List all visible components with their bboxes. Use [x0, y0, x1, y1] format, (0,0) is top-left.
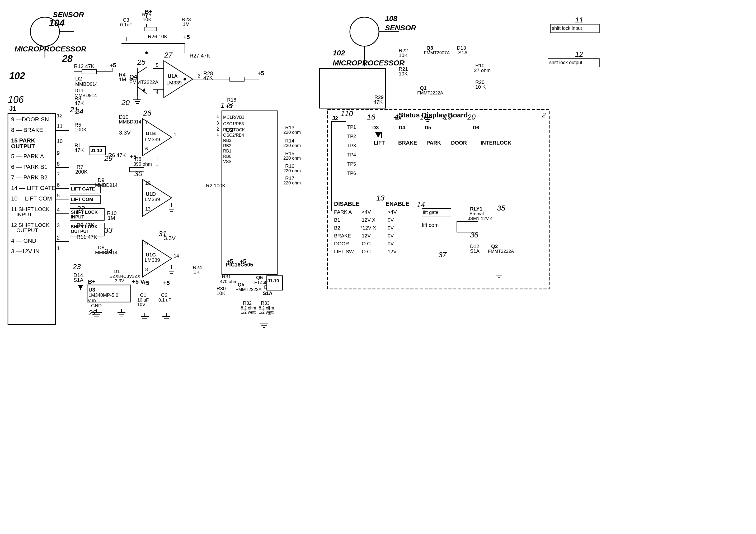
svg-text:35: 35 [497, 204, 505, 212]
svg-text:lift com: lift com [422, 222, 439, 228]
svg-text:3 —12V IN: 3 —12V IN [11, 248, 40, 255]
svg-text:8.2 ohm: 8.2 ohm [259, 306, 274, 310]
svg-text:104: 104 [49, 18, 65, 29]
svg-text:BRAKE: BRAKE [334, 233, 351, 239]
svg-text:LIFT SW: LIFT SW [334, 249, 354, 254]
svg-text:20: 20 [121, 98, 130, 107]
svg-text:Aromat: Aromat [470, 211, 484, 216]
svg-text:9: 9 [145, 241, 148, 246]
svg-text:MMBD914: MMBD914 [95, 183, 118, 188]
svg-text:U1D: U1D [146, 191, 156, 197]
svg-text:DOOR: DOOR [334, 241, 349, 246]
svg-text:18: 18 [420, 113, 428, 121]
svg-text:8: 8 [145, 267, 148, 272]
svg-text:47K: 47K [203, 75, 213, 81]
svg-text:3: 3 [217, 121, 219, 125]
svg-text:R6 47K: R6 47K [108, 152, 126, 158]
svg-text:LM339: LM339 [145, 257, 160, 263]
svg-text:4: 4 [57, 207, 60, 213]
svg-text:1K: 1K [228, 102, 234, 107]
svg-text:10 —LIFT COM: 10 —LIFT COM [11, 195, 52, 202]
svg-text:J1: J1 [9, 105, 16, 112]
svg-text:D3: D3 [372, 125, 379, 130]
svg-text:LM339: LM339 [145, 137, 160, 142]
svg-text:12V: 12V [362, 233, 371, 239]
svg-text:+5: +5 [257, 70, 264, 77]
svg-text:3: 3 [57, 222, 60, 228]
svg-text:0V: 0V [388, 241, 394, 246]
svg-text:S1A: S1A [263, 291, 273, 296]
svg-text:INPUT: INPUT [16, 212, 32, 217]
svg-text:10K: 10K [399, 71, 408, 77]
svg-text:2: 2 [217, 127, 219, 131]
svg-text:26: 26 [143, 109, 151, 117]
svg-rect-343 [145, 27, 157, 31]
svg-text:23: 23 [72, 263, 81, 271]
svg-text:D1: D1 [114, 268, 120, 274]
svg-text:33: 33 [104, 226, 113, 234]
svg-text:R33: R33 [261, 300, 270, 306]
svg-text:shift lock input: shift lock input [552, 26, 582, 31]
svg-text:36: 36 [470, 231, 478, 239]
svg-text:390 ohm: 390 ohm [133, 162, 152, 167]
svg-text:R32: R32 [243, 300, 252, 306]
svg-text:D6: D6 [473, 125, 479, 130]
svg-text:TP4: TP4 [347, 152, 356, 158]
svg-text:1M: 1M [108, 215, 115, 221]
svg-text:1M: 1M [119, 77, 126, 82]
svg-rect-64 [82, 70, 96, 74]
svg-text:U1C: U1C [146, 252, 156, 258]
svg-text:J2: J2 [332, 115, 338, 121]
svg-text:R27 47K: R27 47K [190, 53, 210, 59]
svg-text:V in: V in [88, 298, 96, 303]
svg-text:FMMT2907A: FMMT2907A [424, 50, 450, 55]
svg-point-347 [145, 51, 148, 54]
svg-text:1: 1 [57, 245, 60, 251]
svg-text:C1: C1 [140, 292, 146, 298]
svg-text:OSC2/RB4: OSC2/RB4 [223, 133, 244, 138]
svg-text:U1B: U1B [146, 131, 156, 136]
svg-text:13: 13 [145, 206, 150, 212]
svg-text:27 ohm: 27 ohm [474, 67, 491, 73]
svg-text:47K: 47K [74, 147, 84, 153]
svg-text:MCLR/VB3: MCLR/VB3 [223, 115, 244, 119]
svg-text:106: 106 [8, 94, 24, 105]
svg-text:MMBD914: MMBD914 [95, 250, 118, 255]
svg-text:TP6: TP6 [347, 171, 356, 176]
svg-text:7: 7 [57, 171, 60, 177]
svg-text:8 — BRAKE: 8 — BRAKE [11, 127, 43, 133]
svg-text:D9: D9 [98, 177, 105, 183]
svg-text:INTERLOCK: INTERLOCK [481, 140, 511, 146]
svg-text:BRAKE: BRAKE [398, 140, 417, 146]
svg-text:+5: +5 [163, 280, 170, 286]
svg-text:lift gate: lift gate [423, 210, 438, 215]
svg-text:LIFT: LIFT [374, 140, 385, 146]
svg-text:47K: 47K [374, 99, 383, 105]
svg-text:7: 7 [145, 120, 148, 125]
svg-text:14: 14 [174, 253, 179, 259]
svg-text:JSM1-12V-4: JSM1-12V-4 [468, 216, 493, 221]
svg-text:220 ohm: 220 ohm [283, 168, 301, 173]
svg-text:OSC1/RB5: OSC1/RB5 [223, 122, 244, 126]
svg-text:27: 27 [164, 51, 173, 59]
svg-text:37: 37 [438, 251, 447, 259]
svg-text:O.C.: O.C. [362, 241, 372, 246]
svg-text:TP1: TP1 [347, 124, 356, 130]
svg-text:LM339: LM339 [166, 80, 182, 86]
svg-text:MMBD914: MMBD914 [119, 119, 141, 124]
svg-text:J1-10: J1-10 [91, 148, 102, 153]
svg-text:R31: R31 [222, 274, 231, 279]
svg-text:RB2: RB2 [223, 143, 231, 148]
svg-text:S1A: S1A [470, 248, 479, 254]
svg-text:+5: +5 [110, 62, 116, 68]
svg-text:10: 10 [57, 138, 63, 144]
svg-text:OUTPUT: OUTPUT [71, 229, 90, 234]
svg-text:220 ohm: 220 ohm [283, 143, 301, 148]
svg-text:R11 47K: R11 47K [77, 234, 97, 240]
svg-text:OUTPUT: OUTPUT [11, 143, 35, 150]
svg-text:220 ohm: 220 ohm [283, 180, 301, 186]
svg-text:R2 100K: R2 100K [206, 183, 226, 189]
svg-text:B2: B2 [334, 225, 340, 231]
svg-text:LIFT GATE: LIFT GATE [71, 186, 95, 191]
svg-text:110: 110 [341, 110, 353, 118]
